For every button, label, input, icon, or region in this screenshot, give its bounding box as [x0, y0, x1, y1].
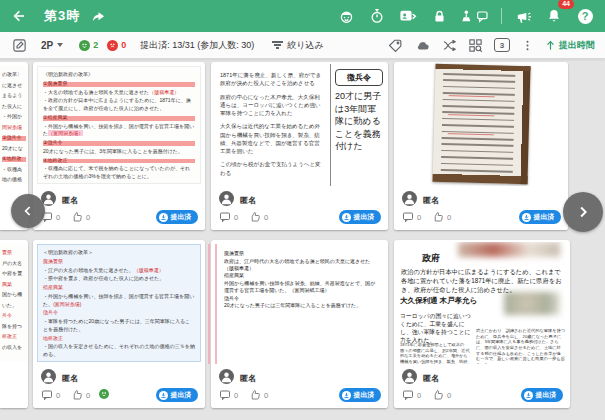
comments-button[interactable]: 0 — [219, 211, 238, 223]
status-badge: 提出済 — [156, 210, 198, 224]
announce-button[interactable] — [511, 4, 535, 28]
like-button[interactable]: 0 — [432, 389, 451, 401]
presentation-button[interactable] — [458, 4, 492, 28]
status-label: 提出済 — [171, 212, 191, 222]
avatar — [41, 369, 56, 384]
status-badge: 提出済 — [156, 388, 198, 402]
share-arrow-icon — [91, 9, 106, 24]
submission-card-4[interactable]: ＜明治新政府の改革＞廃藩置県・江戸の大名の領地を天皇に返させた。（版籍奉還）・県… — [33, 240, 205, 408]
answer-share-button[interactable] — [334, 4, 358, 28]
like-count: 0 — [447, 213, 451, 222]
submission-card-3[interactable]: 匿名 0 0 提出済 — [394, 62, 568, 230]
comment-icon — [402, 389, 414, 401]
comment-count: 0 — [417, 213, 421, 222]
notebook-photo — [432, 64, 530, 184]
blurred-image — [458, 242, 560, 257]
submit-icon — [342, 391, 351, 400]
submit-icon — [524, 391, 533, 400]
comment-icon — [402, 211, 414, 223]
status-label: 提出済 — [171, 390, 191, 400]
timer-icon — [369, 8, 385, 24]
note-heading: 政府 — [422, 252, 440, 265]
chevron-right-icon — [574, 203, 592, 221]
submission-toolbar: 2P 2 0 提出済: 13/31 (参加人数: 30) 絞り込み — [0, 32, 605, 59]
timer-button[interactable] — [365, 4, 389, 28]
tag-button[interactable] — [388, 38, 403, 53]
filter-label: 絞り込み — [287, 39, 323, 52]
app-header: 第3時 44 — [0, 0, 605, 32]
like-button[interactable]: 0 — [71, 389, 90, 401]
note-title: 徴兵令 — [335, 69, 383, 86]
scroll-right-button[interactable] — [563, 192, 603, 232]
comments-button[interactable]: 0 — [41, 389, 60, 401]
status-label: 提出済 — [536, 390, 556, 400]
status-badge: 提出済 — [519, 210, 561, 224]
lock-button[interactable] — [427, 4, 451, 28]
submission-card-5[interactable]: 廃藩置県政府は、江戸時代の大名の領地である藩と領民の天皇に返させた（版籍奉還）殖… — [211, 240, 388, 408]
page-title: 第3時 — [44, 7, 80, 25]
cloud-button[interactable] — [414, 38, 431, 53]
status-badge: 提出済 — [521, 388, 563, 402]
sort-by-button[interactable]: 提出時間 — [545, 39, 595, 52]
page-mode-dropdown[interactable]: 2P — [41, 40, 63, 51]
thumbs-up-icon — [71, 211, 83, 223]
like-button[interactable]: 0 — [432, 211, 451, 223]
page-mode-value: 2P — [41, 40, 53, 51]
status-badge: 提出済 — [339, 388, 381, 402]
like-button[interactable]: 0 — [249, 211, 268, 223]
submission-card-6[interactable]: 政府 政治の方針が日本中に広まるようにするため、これまで各地に置かれていた藩を1… — [394, 240, 570, 408]
share-button[interactable] — [86, 4, 110, 28]
scroll-left-button[interactable] — [11, 194, 45, 228]
student-name: 匿名 — [240, 373, 256, 384]
status-badge: 提出済 — [339, 210, 381, 224]
student-name: 匿名 — [423, 195, 439, 206]
comment-icon — [219, 211, 231, 223]
avatar — [219, 369, 234, 384]
send-card-button[interactable] — [396, 4, 420, 28]
note-text: 1871年に藩を廃止、新しく県、府ができ政府が決めた役人にそこを治めさせる政府の… — [215, 66, 327, 186]
submission-card-2[interactable]: 1871年に藩を廃止、新しく県、府ができ政府が決めた役人にそこを治めさせる政府の… — [211, 62, 388, 230]
submission-card-partial-bottom[interactable]: 置県戸の大名や府を置興業国から機いた。兵令隊を持つ租改正の収入を — [0, 240, 28, 408]
comment-count: 0 — [234, 213, 238, 222]
thumbs-up-icon — [432, 211, 444, 223]
submission-card-1[interactable]: 《明治新政府の改革》①廃藩置県・大名の領地である藩と領民を天皇に返させた（版籍奉… — [33, 62, 205, 230]
column-count-button[interactable]: 3 — [494, 38, 510, 52]
compare-view-button[interactable] — [468, 38, 483, 53]
annotate-button[interactable] — [12, 38, 27, 53]
card-footer: 匿名 0 0 提出済 — [211, 186, 388, 230]
submission-box-screen: 第3時 44 — [0, 0, 605, 420]
card-edge-decoration — [208, 244, 210, 364]
like-count: 0 — [447, 391, 451, 400]
like-button[interactable]: 0 — [71, 211, 90, 223]
face-icon — [338, 8, 355, 25]
chevron-left-icon — [20, 203, 36, 219]
like-button[interactable]: 0 — [249, 389, 268, 401]
shuffle-button[interactable] — [442, 38, 457, 53]
good-rating-filter[interactable]: 2 — [79, 40, 98, 51]
comments-button[interactable]: 0 — [219, 389, 238, 401]
comment-icon — [41, 389, 53, 401]
shuffle-icon — [442, 38, 457, 53]
chevron-down-icon — [57, 43, 63, 47]
help-button[interactable]: ? — [573, 4, 597, 28]
comment-count: 0 — [234, 391, 238, 400]
card-footer: 匿名 0 0 提出済 — [394, 364, 570, 408]
toolbar-right-actions: 3 提出時間 — [388, 32, 595, 58]
like-count: 0 — [86, 213, 90, 222]
comments-button[interactable]: 0 — [402, 389, 421, 401]
more-options-button[interactable] — [521, 39, 534, 52]
back-button[interactable] — [6, 4, 30, 28]
student-name: 匿名 — [62, 195, 78, 206]
bad-rating-filter[interactable]: 0 — [107, 40, 126, 51]
student-name: 匿名 — [240, 195, 256, 206]
comments-button[interactable]: 0 — [402, 211, 421, 223]
filter-button[interactable]: 絞り込み — [272, 39, 323, 52]
status-label: 提出済 — [354, 390, 374, 400]
lock-icon — [432, 9, 447, 24]
submission-count-status: 提出済: 13/31 (参加人数: 30) — [140, 39, 254, 52]
note-page-2: 徴兵令 20才に男子は3年間軍隊に勤めることを義務付けた — [333, 66, 385, 186]
note-tiny-right: 武士にかわり、訓練された近代的な軍隊を持つために、徴兵令を出し、20歳になった男… — [476, 328, 565, 366]
notifications-button[interactable]: 44 — [542, 4, 566, 28]
note-paragraph: 政治の方針が日本中に広まるようにするため、これまで各地に置かれていた藩を1871… — [401, 267, 564, 294]
note-body: 20才に男子は3年間軍隊に勤めることを義務付けた — [333, 90, 385, 153]
